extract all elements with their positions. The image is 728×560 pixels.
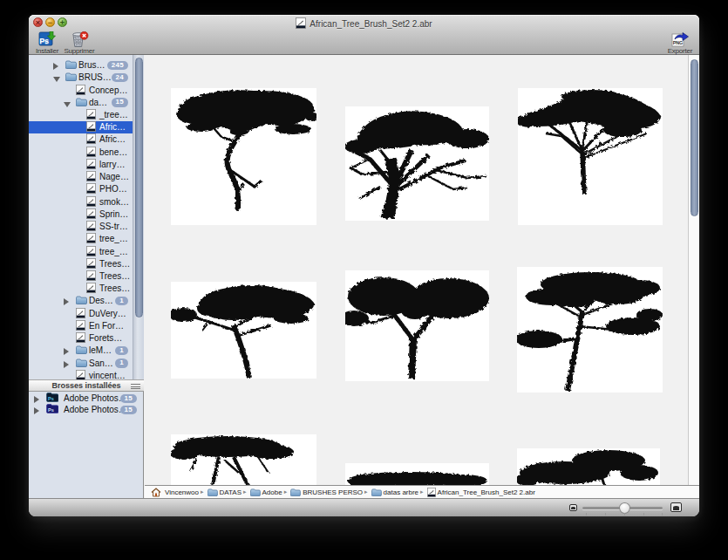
svg-text:PNG: PNG [673,40,683,45]
svg-text:Ps: Ps [48,396,54,401]
svg-text:Ps: Ps [39,37,49,45]
svg-text:Ps: Ps [48,407,54,413]
